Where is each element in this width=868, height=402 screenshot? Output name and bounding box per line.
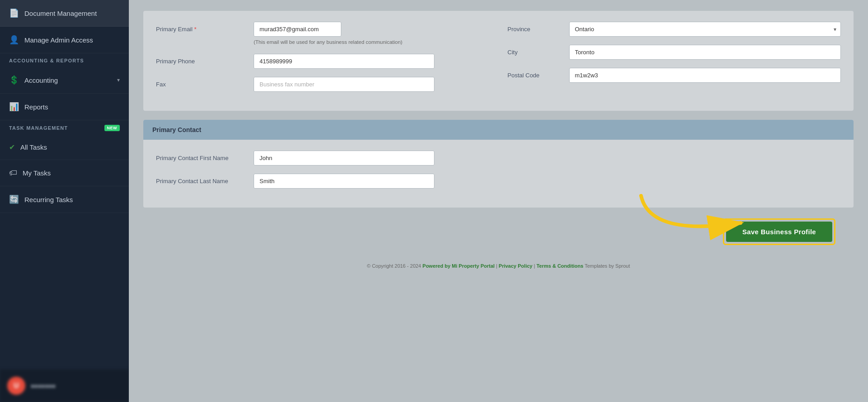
province-select-wrapper: Ontario British Columbia Alberta Quebec … (569, 22, 841, 37)
sidebar: 📄 Document Management 👤 Manage Admin Acc… (0, 0, 129, 402)
primary-email-row: Primary Email * (This email will be used… (156, 22, 490, 46)
copyright: © Copyright 2016 - 2024 (367, 263, 421, 269)
sidebar-item-reports[interactable]: 📊 Reports (0, 94, 129, 120)
primary-email-input[interactable] (254, 22, 341, 37)
sidebar-item-label: My Tasks (23, 169, 51, 177)
sidebar-item-all-tasks[interactable]: ✔ All Tasks (0, 135, 129, 160)
chevron-down-icon: ▾ (117, 77, 120, 83)
section-header-task-management: TASK MANAGEMENT NEW (0, 120, 129, 135)
sidebar-item-label: Manage Admin Access (24, 36, 93, 44)
sidebar-user-name: ●●●●●●● (31, 383, 56, 389)
recurring-icon: 🔄 (9, 194, 19, 204)
sidebar-item-label: Recurring Tasks (24, 196, 73, 203)
first-name-label: Primary Contact First Name (156, 151, 246, 161)
sidebar-item-recurring-tasks[interactable]: 🔄 Recurring Tasks (0, 186, 129, 213)
sidebar-item-accounting[interactable]: 💲 Accounting ▾ (0, 67, 129, 94)
footer: © Copyright 2016 - 2024 Powered by Mi Pr… (143, 258, 854, 274)
primary-phone-input[interactable] (254, 54, 434, 69)
primary-phone-row: Primary Phone (156, 54, 490, 69)
tag-icon: 🏷 (9, 168, 17, 178)
arrow-annotation (637, 191, 754, 246)
sidebar-item-label: All Tasks (20, 143, 47, 151)
check-icon: ✔ (9, 143, 15, 151)
sidebar-item-document-management[interactable]: 📄 Document Management (0, 0, 129, 27)
save-area: Save Business Profile (143, 218, 854, 254)
privacy-policy-link[interactable]: Privacy Policy (499, 263, 533, 269)
powered-by-link[interactable]: Powered by Mi Property Portal (423, 263, 495, 269)
reports-icon: 📊 (9, 102, 19, 112)
new-badge: NEW (104, 125, 120, 131)
city-row: City (508, 45, 841, 60)
postal-input[interactable] (569, 68, 841, 83)
last-name-row: Primary Contact Last Name (156, 174, 841, 189)
city-label: City (508, 49, 562, 56)
primary-contact-header: Primary Contact (143, 120, 854, 140)
primary-phone-label: Primary Phone (156, 54, 246, 65)
sidebar-item-label: Document Management (24, 9, 97, 17)
last-name-label: Primary Contact Last Name (156, 174, 246, 184)
contact-info-card: Primary Email * (This email will be used… (143, 11, 854, 111)
fax-label: Fax (156, 77, 246, 88)
postal-label: Postal Code (508, 72, 562, 79)
last-name-input[interactable] (254, 174, 434, 189)
document-management-icon: 📄 (9, 8, 19, 18)
avatar: U (7, 377, 25, 395)
city-input[interactable] (569, 45, 841, 60)
accounting-icon: 💲 (9, 75, 19, 85)
template-credit: Templates by Sprout (585, 263, 630, 269)
required-marker: * (194, 26, 197, 33)
province-label: Province (508, 26, 562, 33)
primary-email-label: Primary Email * (156, 22, 246, 33)
sidebar-item-label: Accounting (24, 76, 58, 84)
right-column: Province Ontario British Columbia Albert… (508, 22, 841, 100)
email-hint: (This email will be used for any busines… (254, 38, 434, 46)
main-content: Primary Email * (This email will be used… (129, 0, 868, 402)
fax-input[interactable] (254, 77, 434, 92)
province-select[interactable]: Ontario British Columbia Alberta Quebec … (569, 22, 841, 37)
postal-row: Postal Code (508, 68, 841, 83)
province-row: Province Ontario British Columbia Albert… (508, 22, 841, 37)
sidebar-user-section: U ●●●●●●● (0, 369, 129, 402)
sidebar-item-my-tasks[interactable]: 🏷 My Tasks (0, 160, 129, 186)
first-name-input[interactable] (254, 151, 434, 166)
manage-admin-icon: 👤 (9, 35, 19, 45)
terms-link[interactable]: Terms & Conditions (537, 263, 584, 269)
left-column: Primary Email * (This email will be used… (156, 22, 490, 100)
sidebar-item-manage-admin-access[interactable]: 👤 Manage Admin Access (0, 27, 129, 53)
section-header-accounting-reports: ACCOUNTING & REPORTS (0, 53, 129, 67)
sidebar-item-label: Reports (24, 103, 48, 111)
first-name-row: Primary Contact First Name (156, 151, 841, 166)
fax-row: Fax (156, 77, 490, 92)
